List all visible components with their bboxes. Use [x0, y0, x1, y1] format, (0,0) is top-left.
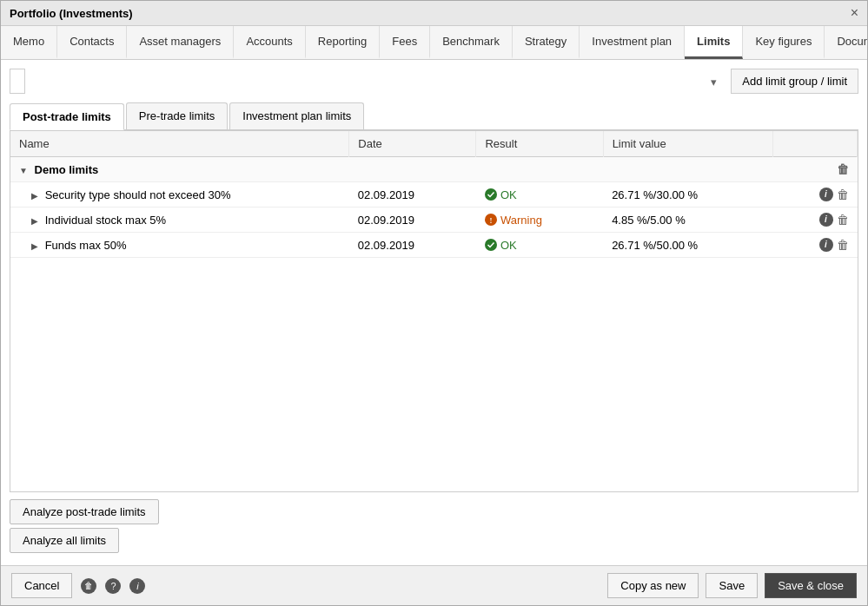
footer-left: Cancel 🗑 ? i: [11, 573, 145, 598]
tab-memo[interactable]: Memo: [1, 26, 57, 59]
sub-tab-pre-trade[interactable]: Pre-trade limits: [126, 102, 228, 129]
tab-fees[interactable]: Fees: [380, 26, 430, 59]
col-header-name: Name: [10, 131, 349, 157]
tab-investment-plan[interactable]: Investment plan: [580, 26, 685, 59]
row-info-icon[interactable]: i: [819, 213, 833, 227]
footer-right: Copy as new Save Save & close: [607, 573, 857, 598]
table-header-row: Name Date Result Limit value: [10, 131, 858, 157]
col-header-result: Result: [476, 131, 603, 157]
row-expand-icon[interactable]: ▶: [31, 241, 38, 251]
tab-contacts[interactable]: Contacts: [57, 26, 127, 59]
analyze-all-button[interactable]: Analyze all limits: [10, 528, 119, 553]
row-delete-icon[interactable]: 🗑: [837, 238, 849, 252]
add-limit-button[interactable]: Add limit group / limit: [731, 69, 858, 94]
tab-benchmark[interactable]: Benchmark: [430, 26, 513, 59]
row-actions: i 🗑: [781, 188, 848, 201]
status-ok: OK: [485, 239, 594, 252]
row-name: Individual stock max 5%: [45, 214, 166, 227]
tab-asset-managers[interactable]: Asset managers: [127, 26, 234, 59]
row-date: 02.09.2019: [349, 182, 476, 207]
toolbar-row: Add limit group / limit: [10, 69, 858, 94]
analyze-post-trade-button[interactable]: Analyze post-trade limits: [10, 499, 159, 524]
footer-trash-icon[interactable]: 🗑: [81, 578, 96, 594]
row-limit-value: 26.71 %/50.00 %: [603, 233, 772, 258]
tabs-bar: Memo Contacts Asset managers Accounts Re…: [1, 26, 867, 60]
row-result: OK: [476, 233, 603, 258]
table-row: ▶ Individual stock max 5% 02.09.2019 War…: [10, 207, 858, 233]
content-area: Add limit group / limit Post-trade limit…: [1, 60, 867, 565]
sub-tab-post-trade[interactable]: Post-trade limits: [10, 103, 124, 130]
sub-tabs: Post-trade limits Pre-trade limits Inves…: [10, 102, 858, 130]
limit-group-dropdown[interactable]: [10, 69, 25, 94]
table-row: ▶ Funds max 50% 02.09.2019 OK 26.71 %/50…: [10, 233, 858, 258]
row-expand-icon[interactable]: ▶: [31, 216, 38, 226]
row-info-icon[interactable]: i: [819, 238, 833, 252]
row-info-icon[interactable]: i: [819, 188, 833, 201]
tab-limits[interactable]: Limits: [685, 26, 743, 59]
footer-help-icon[interactable]: ?: [105, 578, 121, 594]
table-group-row: ▼ Demo limits 🗑: [10, 157, 858, 182]
limits-table-container: Name Date Result Limit value ▼ Demo limi…: [10, 130, 858, 492]
group-delete-icon[interactable]: 🗑: [837, 162, 849, 176]
row-delete-icon[interactable]: 🗑: [837, 188, 849, 201]
table-row: ▶ Security type should not exceed 30% 02…: [10, 182, 858, 207]
row-expand-icon[interactable]: ▶: [31, 191, 38, 201]
cancel-button[interactable]: Cancel: [11, 573, 72, 598]
footer-bar: Cancel 🗑 ? i Copy as new Save Save & clo…: [1, 565, 867, 605]
tab-accounts[interactable]: Accounts: [234, 26, 305, 59]
expand-icon[interactable]: ▼: [19, 166, 28, 175]
row-date: 02.09.2019: [349, 233, 476, 258]
row-result: Warning: [476, 207, 603, 233]
group-name: Demo limits: [35, 163, 99, 176]
analyze-all-row: Analyze all limits: [10, 528, 858, 557]
row-name: Security type should not exceed 30%: [45, 188, 231, 201]
tab-strategy[interactable]: Strategy: [513, 26, 580, 59]
row-result: OK: [476, 182, 603, 207]
limit-group-dropdown-wrapper: [10, 69, 724, 94]
save-close-button[interactable]: Save & close: [765, 573, 857, 598]
row-limit-value: 4.85 %/5.00 %: [603, 207, 772, 233]
row-date: 02.09.2019: [349, 207, 476, 233]
sub-tab-investment-plan-limits[interactable]: Investment plan limits: [229, 102, 364, 129]
bottom-toolbar: Analyze post-trade limits: [10, 492, 858, 528]
row-limit-value: 26.71 %/30.00 %: [603, 182, 772, 207]
tab-reporting[interactable]: Reporting: [306, 26, 380, 59]
copy-as-new-button[interactable]: Copy as new: [607, 573, 699, 598]
footer-info-icon[interactable]: i: [129, 578, 145, 594]
row-name: Funds max 50%: [45, 239, 127, 252]
limits-table: Name Date Result Limit value ▼ Demo limi…: [10, 131, 858, 258]
col-header-actions: [772, 131, 857, 157]
status-warning: Warning: [485, 214, 594, 227]
tab-documents[interactable]: Documents: [825, 26, 868, 59]
col-header-limit-value: Limit value: [603, 131, 772, 157]
row-actions: i 🗑: [781, 238, 848, 252]
col-header-date: Date: [349, 131, 476, 157]
close-button[interactable]: ×: [851, 6, 858, 20]
save-button[interactable]: Save: [706, 573, 758, 598]
status-ok: OK: [485, 188, 594, 201]
tab-key-figures[interactable]: Key figures: [743, 26, 825, 59]
row-delete-icon[interactable]: 🗑: [837, 213, 849, 227]
row-actions: i 🗑: [781, 213, 848, 227]
title-bar: Portfolio (Investments) ×: [1, 1, 867, 26]
window-title: Portfolio (Investments): [10, 7, 133, 20]
main-window: Portfolio (Investments) × Memo Contacts …: [0, 0, 868, 606]
